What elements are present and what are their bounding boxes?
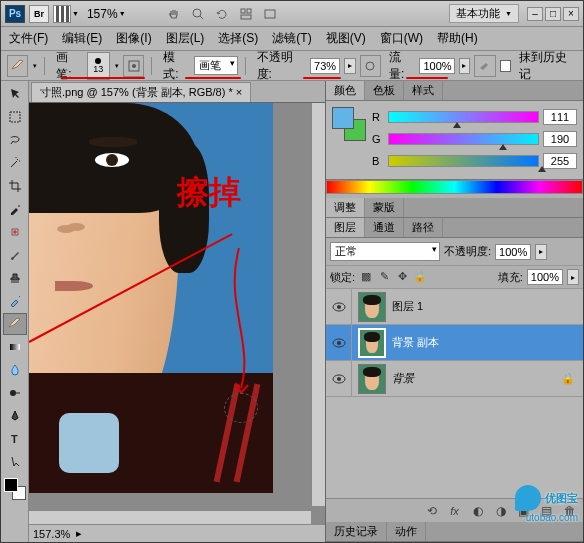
blend-mode-combo[interactable]: 正常 — [330, 242, 440, 261]
maximize-button[interactable]: □ — [545, 7, 561, 21]
layer-visibility-icon[interactable] — [326, 361, 352, 396]
gradient-tool[interactable] — [3, 336, 27, 358]
tab-color[interactable]: 颜色 — [326, 81, 365, 100]
erase-history-checkbox[interactable] — [500, 60, 512, 72]
channel-slider[interactable] — [388, 133, 539, 145]
dodge-tool[interactable] — [3, 382, 27, 404]
layer-thumbnail[interactable] — [358, 364, 386, 394]
type-tool[interactable]: T — [3, 428, 27, 450]
opacity-field[interactable]: 73% — [310, 58, 340, 74]
channel-slider[interactable] — [388, 155, 539, 167]
close-button[interactable]: × — [563, 7, 579, 21]
brush-picker-dropdown[interactable]: ▾ — [115, 62, 119, 70]
canvas-viewport[interactable]: 擦掉 — [29, 103, 325, 524]
rotate-icon[interactable] — [214, 6, 230, 22]
brush-preview[interactable]: 13 — [87, 52, 110, 80]
status-zoom[interactable]: 157.3% — [33, 528, 70, 540]
tablet-opacity-icon[interactable] — [360, 55, 381, 77]
chevron-down-icon[interactable]: ▼ — [72, 10, 79, 17]
minibridge-icon[interactable] — [53, 5, 71, 23]
layer-row[interactable]: 背景🔒 — [326, 361, 583, 397]
blur-tool[interactable] — [3, 359, 27, 381]
link-layers-icon[interactable]: ⟲ — [424, 503, 439, 518]
move-tool[interactable] — [3, 83, 27, 105]
lock-position-icon[interactable]: ✥ — [395, 270, 409, 284]
mask-icon[interactable]: ◐ — [470, 503, 485, 518]
tab-close-icon[interactable]: × — [236, 86, 242, 98]
channel-slider[interactable] — [388, 111, 539, 123]
tab-channels[interactable]: 通道 — [365, 218, 404, 237]
menu-help[interactable]: 帮助(H) — [437, 30, 478, 47]
tab-adjustments[interactable]: 调整 — [326, 198, 365, 217]
status-flyout[interactable]: ▸ — [76, 527, 82, 540]
menu-edit[interactable]: 编辑(E) — [62, 30, 102, 47]
scrollbar-horizontal[interactable] — [29, 510, 311, 524]
channel-value[interactable]: 111 — [543, 109, 577, 125]
layer-visibility-icon[interactable] — [326, 325, 352, 360]
lock-transparency-icon[interactable]: ▩ — [359, 270, 373, 284]
screen-mode-icon[interactable] — [262, 6, 278, 22]
eraser-tool[interactable] — [3, 313, 27, 335]
eyedropper-tool[interactable] — [3, 198, 27, 220]
layer-thumbnail[interactable] — [358, 328, 386, 358]
zoom-level[interactable]: 157% — [87, 7, 118, 21]
minimize-button[interactable]: – — [527, 7, 543, 21]
document-tab[interactable]: 寸照.png @ 157% (背景 副本, RGB/8) * × — [31, 82, 251, 102]
opacity-flyout[interactable]: ▸ — [344, 58, 356, 74]
color-panel-swatch[interactable] — [332, 107, 366, 141]
tab-actions[interactable]: 动作 — [387, 522, 426, 541]
arrange-icon[interactable] — [238, 6, 254, 22]
menu-image[interactable]: 图像(I) — [116, 30, 151, 47]
spectrum-ramp[interactable] — [326, 180, 583, 194]
tab-swatches[interactable]: 色板 — [365, 81, 404, 100]
lock-pixels-icon[interactable]: ✎ — [377, 270, 391, 284]
fill-field[interactable]: 100% — [527, 269, 563, 285]
channel-value[interactable]: 255 — [543, 153, 577, 169]
wand-tool[interactable] — [3, 152, 27, 174]
channel-value[interactable]: 190 — [543, 131, 577, 147]
tab-layers[interactable]: 图层 — [326, 218, 365, 237]
crop-tool[interactable] — [3, 175, 27, 197]
current-tool-icon[interactable] — [7, 55, 28, 77]
tab-masks[interactable]: 蒙版 — [365, 198, 404, 217]
lasso-tool[interactable] — [3, 129, 27, 151]
layer-visibility-icon[interactable] — [326, 289, 352, 324]
fx-icon[interactable]: fx — [447, 503, 462, 518]
chevron-down-icon[interactable]: ▼ — [119, 10, 126, 17]
zoom-icon[interactable] — [190, 6, 206, 22]
tab-styles[interactable]: 样式 — [404, 81, 443, 100]
menu-filter[interactable]: 滤镜(T) — [272, 30, 311, 47]
workspace-switcher[interactable]: 基本功能▼ — [449, 4, 519, 23]
fill-flyout[interactable]: ▸ — [567, 269, 579, 285]
color-swatch[interactable] — [4, 478, 26, 500]
brush-panel-toggle[interactable] — [123, 55, 144, 77]
heal-tool[interactable] — [3, 221, 27, 243]
scrollbar-vertical[interactable] — [311, 103, 325, 506]
layer-opacity-field[interactable]: 100% — [495, 244, 531, 260]
tab-paths[interactable]: 路径 — [404, 218, 443, 237]
layer-thumbnail[interactable] — [358, 292, 386, 322]
adjustment-layer-icon[interactable]: ◑ — [493, 503, 508, 518]
menu-layer[interactable]: 图层(L) — [166, 30, 205, 47]
history-brush-tool[interactable] — [3, 290, 27, 312]
menu-select[interactable]: 选择(S) — [218, 30, 258, 47]
tab-history[interactable]: 历史记录 — [326, 522, 387, 541]
layer-row[interactable]: 背景 副本 — [326, 325, 583, 361]
mode-combo[interactable]: 画笔 — [194, 56, 238, 75]
stamp-tool[interactable] — [3, 267, 27, 289]
tool-preset-dropdown[interactable]: ▾ — [33, 62, 37, 70]
lock-all-icon[interactable]: 🔒 — [413, 270, 427, 284]
layer-row[interactable]: 图层 1 — [326, 289, 583, 325]
flow-field[interactable]: 100% — [419, 58, 454, 74]
pen-tool[interactable] — [3, 405, 27, 427]
path-select-tool[interactable] — [3, 451, 27, 473]
layer-opacity-flyout[interactable]: ▸ — [535, 244, 547, 260]
flow-flyout[interactable]: ▸ — [459, 58, 471, 74]
hand-icon[interactable] — [166, 6, 182, 22]
menu-view[interactable]: 视图(V) — [326, 30, 366, 47]
menu-file[interactable]: 文件(F) — [9, 30, 48, 47]
bridge-icon[interactable]: Br — [29, 5, 49, 23]
menu-window[interactable]: 窗口(W) — [380, 30, 423, 47]
brush-tool[interactable] — [3, 244, 27, 266]
canvas[interactable]: 擦掉 — [29, 103, 273, 463]
